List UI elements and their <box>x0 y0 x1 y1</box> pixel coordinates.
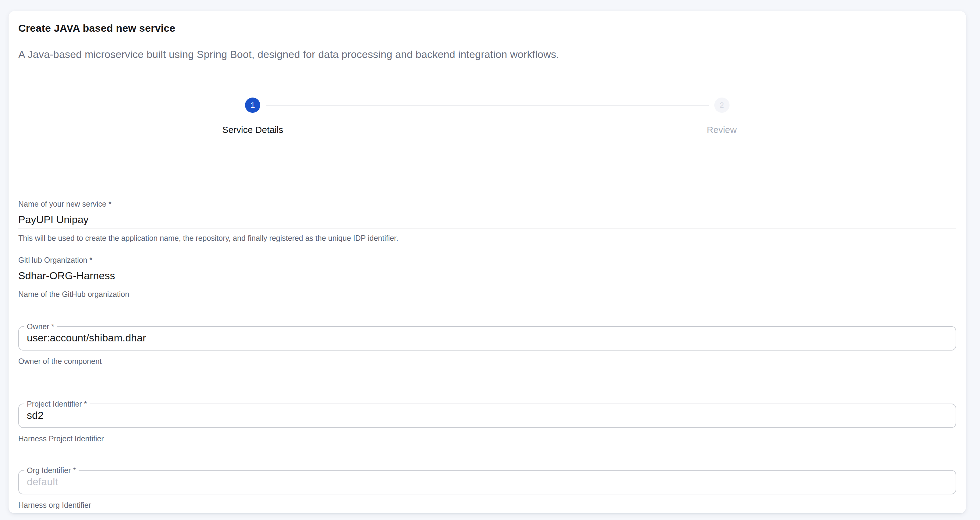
step-2-label: Review <box>707 124 737 135</box>
org-identifier-label: Org Identifier * <box>24 466 78 475</box>
org-identifier-helper: Harness org Identifier <box>18 501 956 510</box>
owner-input[interactable] <box>19 327 956 350</box>
service-name-helper: This will be used to create the applicat… <box>18 234 956 243</box>
owner-input-box: Owner * <box>18 326 956 351</box>
owner-label: Owner * <box>24 322 57 331</box>
step-2-indicator: 2 <box>714 97 730 113</box>
create-service-card: Create JAVA based new service A Java-bas… <box>8 11 966 513</box>
github-org-label: GitHub Organization * <box>18 256 956 265</box>
service-name-label: Name of your new service * <box>18 200 956 209</box>
page-description: A Java-based microservice built using Sp… <box>18 49 559 61</box>
step-review: 2 Review <box>487 97 956 135</box>
page-background: Create JAVA based new service A Java-bas… <box>0 0 980 520</box>
github-org-helper: Name of the GitHub organization <box>18 290 956 299</box>
stepper-connector <box>266 105 709 105</box>
project-identifier-helper: Harness Project Identifier <box>18 435 956 444</box>
project-identifier-field: Project Identifier * Harness Project Ide… <box>18 404 956 444</box>
org-identifier-input-box: Org Identifier * <box>18 470 956 494</box>
stepper: 1 Service Details 2 Review <box>18 97 956 135</box>
step-1-label: Service Details <box>222 124 283 135</box>
github-org-field: GitHub Organization * Name of the GitHub… <box>18 256 956 299</box>
step-service-details: 1 Service Details <box>18 97 487 135</box>
project-identifier-input[interactable] <box>19 404 956 427</box>
github-org-input[interactable] <box>18 268 956 285</box>
org-identifier-field: Org Identifier * Harness org Identifier <box>18 470 956 510</box>
org-identifier-input[interactable] <box>19 471 956 494</box>
service-name-field: Name of your new service * This will be … <box>18 200 956 243</box>
page-title: Create JAVA based new service <box>18 22 175 35</box>
project-identifier-input-box: Project Identifier * <box>18 404 956 428</box>
step-1-indicator: 1 <box>245 97 261 113</box>
project-identifier-label: Project Identifier * <box>24 400 89 408</box>
owner-field: Owner * Owner of the component <box>18 326 956 366</box>
owner-helper: Owner of the component <box>18 357 956 366</box>
service-name-input[interactable] <box>18 212 956 229</box>
